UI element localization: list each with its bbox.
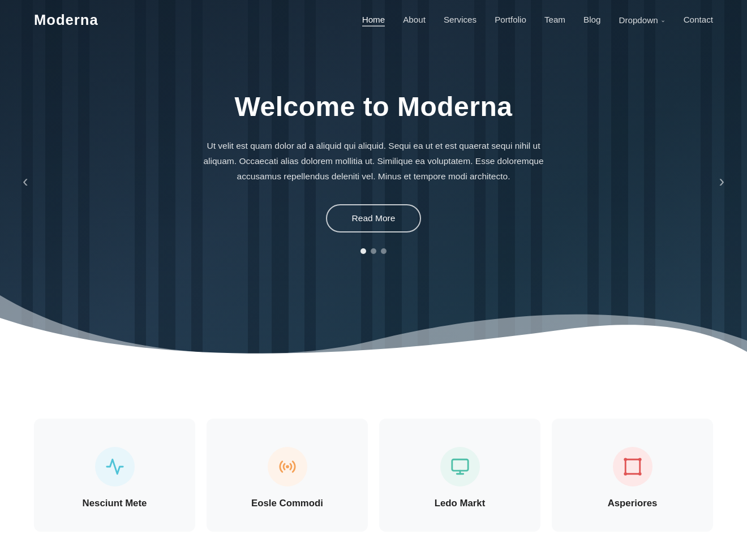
service-icon-wrap-4 bbox=[613, 447, 652, 486]
slider-dot-2[interactable] bbox=[371, 248, 376, 254]
nav-link-about[interactable]: About bbox=[403, 15, 426, 24]
svg-point-0 bbox=[286, 465, 289, 468]
shape-icon bbox=[623, 457, 642, 476]
nav-item-blog[interactable]: Blog bbox=[583, 15, 600, 25]
services-section: Nesciunt Mete Eosle Commodi bbox=[0, 362, 747, 560]
brand-logo[interactable]: Moderna bbox=[34, 12, 98, 28]
nav-link-team[interactable]: Team bbox=[544, 15, 565, 24]
nav-menu: Home About Services Portfolio Team Blog … bbox=[362, 15, 713, 25]
hero-section: ‹ Welcome to Moderna Ut velit est quam d… bbox=[0, 0, 747, 362]
hero-title: Welcome to Moderna bbox=[192, 91, 555, 122]
nav-link-services[interactable]: Services bbox=[444, 15, 476, 24]
read-more-button[interactable]: Read More bbox=[326, 204, 422, 232]
activity-icon bbox=[105, 457, 124, 476]
slider-dot-1[interactable] bbox=[360, 248, 366, 254]
service-icon-wrap-2 bbox=[268, 447, 307, 486]
broadcast-icon bbox=[278, 457, 297, 476]
service-card-3: Ledo Markt bbox=[379, 419, 540, 532]
slider-dots bbox=[192, 248, 555, 254]
service-title-2: Eosle Commodi bbox=[251, 498, 323, 509]
nav-link-portfolio[interactable]: Portfolio bbox=[495, 15, 526, 24]
navbar: Moderna Home About Services Portfolio Te… bbox=[0, 0, 747, 40]
svg-point-6 bbox=[638, 458, 641, 461]
slider-next-button[interactable]: › bbox=[713, 166, 730, 196]
hero-description: Ut velit est quam dolor ad a aliquid qui… bbox=[192, 138, 555, 184]
nav-item-team[interactable]: Team bbox=[544, 15, 565, 25]
nav-item-home[interactable]: Home bbox=[362, 15, 385, 25]
nav-item-dropdown[interactable]: Dropdown ⌄ bbox=[619, 15, 665, 25]
nav-item-portfolio[interactable]: Portfolio bbox=[495, 15, 526, 25]
svg-point-5 bbox=[624, 458, 627, 461]
nav-item-contact[interactable]: Contact bbox=[684, 15, 713, 25]
nav-link-blog[interactable]: Blog bbox=[583, 15, 600, 24]
service-card-1: Nesciunt Mete bbox=[34, 419, 195, 532]
services-grid: Nesciunt Mete Eosle Commodi bbox=[34, 419, 713, 532]
svg-rect-1 bbox=[452, 459, 467, 471]
svg-point-7 bbox=[624, 472, 627, 476]
svg-point-8 bbox=[638, 472, 641, 476]
slider-dot-3[interactable] bbox=[381, 248, 387, 254]
nav-item-about[interactable]: About bbox=[403, 15, 426, 25]
slider-prev-button[interactable]: ‹ bbox=[17, 166, 34, 196]
service-card-2: Eosle Commodi bbox=[207, 419, 368, 532]
service-title-1: Nesciunt Mete bbox=[83, 498, 147, 509]
presentation-icon bbox=[450, 457, 470, 476]
service-title-4: Asperiores bbox=[608, 498, 658, 509]
nav-link-contact[interactable]: Contact bbox=[684, 15, 713, 24]
nav-item-services[interactable]: Services bbox=[444, 15, 476, 25]
hero-curve bbox=[0, 295, 747, 362]
hero-content: Welcome to Moderna Ut velit est quam dol… bbox=[170, 91, 577, 254]
service-card-4: Asperiores bbox=[552, 419, 713, 532]
nav-link-home[interactable]: Home bbox=[362, 15, 385, 27]
service-title-3: Ledo Markt bbox=[435, 498, 486, 509]
svg-rect-4 bbox=[625, 459, 640, 474]
service-icon-wrap-3 bbox=[440, 447, 480, 486]
chevron-down-icon: ⌄ bbox=[660, 16, 666, 24]
nav-link-dropdown[interactable]: Dropdown ⌄ bbox=[619, 15, 665, 25]
service-icon-wrap-1 bbox=[95, 447, 135, 486]
